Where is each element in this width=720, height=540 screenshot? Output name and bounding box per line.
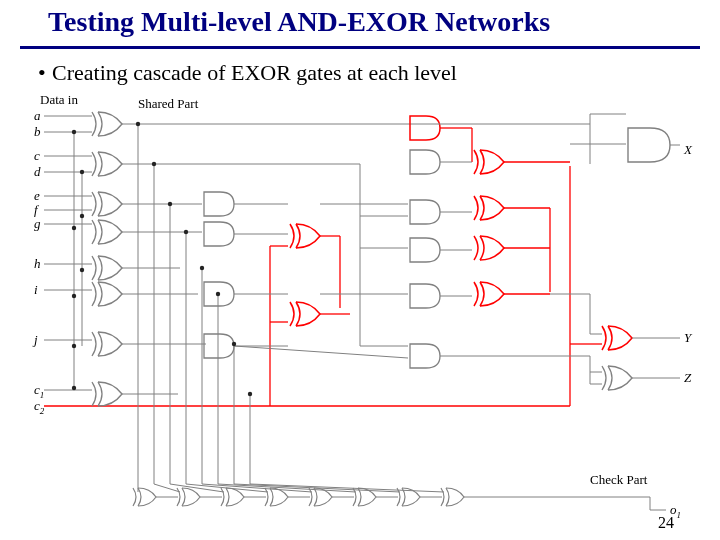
label-g: g: [34, 216, 41, 231]
check-row-drops: [138, 124, 250, 484]
caption-check: Check Part: [590, 472, 648, 487]
slide-title: Testing Multi-level AND-EXOR Networks: [48, 6, 550, 38]
input-rails: [44, 116, 92, 390]
mid-xor-cascade: [290, 224, 350, 326]
bullet-line: •Creating cascade of EXOR gates at each …: [38, 60, 457, 86]
c2-rail: [44, 246, 570, 406]
label-X: X: [683, 142, 693, 157]
col2-out: [234, 204, 288, 346]
output-X: [430, 114, 680, 164]
caption-shared: Shared Part: [138, 96, 199, 111]
label-e: e: [34, 188, 40, 203]
col3-out: [440, 162, 590, 356]
svg-line-39: [234, 346, 408, 358]
label-c: c: [34, 148, 40, 163]
label-Z: Z: [684, 370, 692, 385]
circuit-diagram: Data in Shared Part Check Part a b c d e…: [30, 96, 700, 530]
label-h: h: [34, 256, 41, 271]
bullet-text: Creating cascade of EXOR gates at each l…: [52, 60, 457, 85]
col3-gates: [410, 150, 440, 368]
label-d: d: [34, 164, 41, 179]
check-row-dots: [136, 122, 252, 396]
label-j: j: [32, 332, 38, 347]
col1-gates: [92, 112, 122, 406]
col3-wires: [234, 164, 408, 358]
page-number: 24: [658, 514, 674, 532]
label-i: i: [34, 282, 38, 297]
label-Y: Y: [684, 330, 693, 345]
label-f: f: [34, 202, 40, 217]
col2-gates: [204, 192, 234, 358]
label-b: b: [34, 124, 41, 139]
title-rule: [20, 46, 700, 49]
label-a: a: [34, 108, 41, 123]
caption-data-in: Data in: [40, 96, 78, 107]
label-c2: c2: [34, 398, 45, 416]
col1-out-rails: [74, 124, 430, 394]
